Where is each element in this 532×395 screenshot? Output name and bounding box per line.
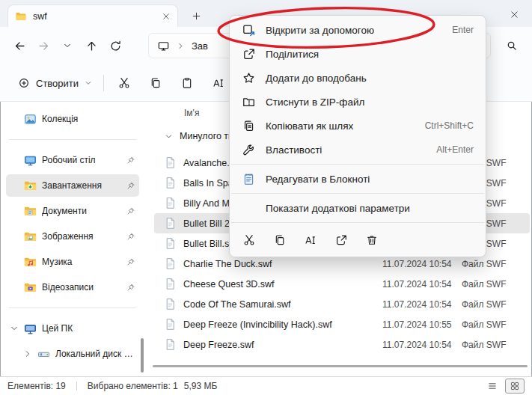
horizontal-scrollbar[interactable] — [153, 365, 528, 367]
file-name: Deep Freeze (Invincibility Hack).swf — [183, 319, 382, 330]
menu-shortcut: Alt+Enter — [436, 144, 474, 155]
file-name: Code Of The Samurai.swf — [183, 299, 382, 310]
cut-button[interactable] — [236, 228, 261, 252]
close-icon[interactable] — [162, 12, 171, 21]
file-date: 11.07.2024 10:54 — [382, 259, 462, 269]
nav-buttons — [9, 35, 126, 56]
menu-item-copy-as-path[interactable]: Копіювати як шляхCtrl+Shift+C — [233, 114, 483, 138]
refresh-icon — [109, 40, 122, 52]
file-row[interactable]: Cheese Quest 3D.swf11.07.2024 10:54Файл … — [154, 274, 530, 294]
menu-divider — [231, 222, 484, 223]
sidebar-item-label: Робочий стіл — [42, 155, 121, 165]
tab-title: swf — [33, 11, 156, 22]
pin-icon — [126, 232, 135, 242]
rename-button[interactable] — [205, 70, 232, 97]
copy-button[interactable] — [267, 228, 292, 252]
sidebar-item-label: Завантаження — [42, 180, 121, 191]
sidebar-divider — [9, 307, 136, 308]
rename-icon — [304, 233, 317, 247]
menu-item-label: Копіювати як шлях — [266, 120, 353, 132]
recent-locations-button[interactable] — [57, 35, 78, 56]
file-icon — [163, 156, 177, 170]
paste-button[interactable] — [174, 70, 201, 97]
music-icon — [23, 255, 37, 269]
sidebar-scrollbar[interactable] — [141, 338, 144, 373]
up-button[interactable] — [81, 35, 102, 56]
breadcrumb[interactable]: Зав — [192, 40, 208, 52]
share-button[interactable] — [328, 228, 353, 252]
column-header-name[interactable]: Ім'я — [184, 108, 199, 118]
status-divider — [76, 382, 77, 391]
forward-button[interactable] — [33, 35, 54, 56]
copy-icon — [149, 76, 162, 90]
cut-icon — [117, 76, 131, 90]
menu-item-label: Редагувати в Блокноті — [266, 174, 370, 185]
menu-item-properties[interactable]: ВластивостіAlt+Enter — [233, 138, 483, 162]
sidebar-item-desktop[interactable]: Робочий стіл — [6, 149, 139, 171]
toolbar-divider — [103, 75, 104, 91]
sidebar-item-videos[interactable]: Відеозаписи — [6, 276, 139, 298]
arrow-right-icon — [37, 40, 50, 52]
rename-icon — [212, 76, 225, 90]
delete-button[interactable] — [359, 228, 384, 252]
gallery-icon — [23, 112, 37, 126]
sidebar-item-gallery[interactable]: Колекція — [6, 108, 139, 130]
monitor-icon — [157, 40, 170, 52]
menu-item-share[interactable]: Поділитися — [233, 42, 483, 66]
zip-icon — [242, 95, 256, 109]
file-name: Cheese Quest 3D.swf — [183, 279, 382, 290]
menu-item-show-more-options[interactable]: Показати додаткові параметри — [233, 196, 483, 220]
menu-item-add-to-favorites[interactable]: Додати до вподобань — [233, 66, 483, 90]
large-icons-view-button[interactable] — [505, 379, 525, 394]
menu-item-edit-in-notepad[interactable]: Редагувати в Блокноті — [233, 167, 483, 191]
file-date: 11.07.2024 10:55 — [382, 319, 462, 330]
status-bar: Елементів: 19 Вибрано елементів: 1 5,93 … — [0, 376, 532, 395]
new-tab-button[interactable] — [187, 7, 205, 25]
file-row[interactable]: Code Of The Samurai.swf11.07.2024 10:54Ф… — [154, 294, 530, 314]
sidebar-item-documents[interactable]: Документи — [6, 200, 139, 222]
new-button-label: Створити — [36, 78, 79, 89]
sidebar-item-label: Цей ПК — [42, 323, 135, 334]
search-icon — [506, 40, 518, 52]
items-count: Елементів: 19 — [7, 381, 66, 391]
tab-swf[interactable]: swf — [7, 4, 178, 27]
file-icon — [163, 317, 177, 331]
sidebar-item-pictures[interactable]: Зображення — [6, 225, 139, 248]
drive-icon — [37, 347, 51, 361]
chevron-down-icon[interactable] — [165, 132, 173, 141]
menu-divider — [231, 193, 484, 194]
documents-icon — [23, 204, 37, 218]
new-button[interactable]: Створити — [9, 70, 101, 96]
file-icon — [163, 257, 177, 271]
cut-button[interactable] — [111, 70, 138, 97]
menu-item-open-with[interactable]: Відкрити за допомогоюEnter — [233, 18, 483, 42]
sidebar-item-music[interactable]: Музика — [6, 251, 139, 273]
menu-item-compress-to-zip[interactable]: Стиснути в ZIP-файл — [233, 90, 483, 114]
sidebar: КолекціяРобочий стілЗавантаженняДокумент… — [0, 105, 145, 376]
search-button[interactable] — [498, 33, 526, 58]
pin-icon — [126, 283, 135, 293]
paste-icon — [180, 76, 194, 90]
file-row[interactable]: Deep Freeze.swf11.07.2024 10:54Файл SWF — [154, 334, 530, 355]
sidebar-item-label: Музика — [42, 257, 121, 267]
chevron-down-icon — [85, 79, 92, 87]
sidebar-item-downloads[interactable]: Завантаження — [6, 174, 139, 197]
sidebar-item-local-disk-c[interactable]: Локальний диск (C:) — [19, 343, 139, 365]
desktop-icon — [23, 153, 37, 168]
rename-button[interactable] — [298, 228, 322, 252]
star-icon — [242, 71, 256, 85]
selection-count: Вибрано елементів: 1 — [88, 381, 178, 391]
details-view-button[interactable] — [483, 379, 502, 394]
details-view-icon — [487, 381, 498, 391]
refresh-button[interactable] — [105, 35, 126, 56]
back-button[interactable] — [9, 35, 30, 56]
this-pc-icon — [23, 322, 37, 336]
sidebar-item-this-pc[interactable]: Цей ПК — [6, 317, 139, 340]
copy-button[interactable] — [142, 70, 169, 97]
file-row[interactable]: Deep Freeze (Invincibility Hack).swf11.0… — [154, 314, 530, 334]
thumbnail-view-icon — [510, 381, 520, 391]
file-icon — [163, 236, 177, 251]
window-close-button[interactable] — [502, 5, 526, 23]
group-label: Минулого ти — [180, 131, 233, 141]
open-with-icon — [242, 23, 256, 37]
